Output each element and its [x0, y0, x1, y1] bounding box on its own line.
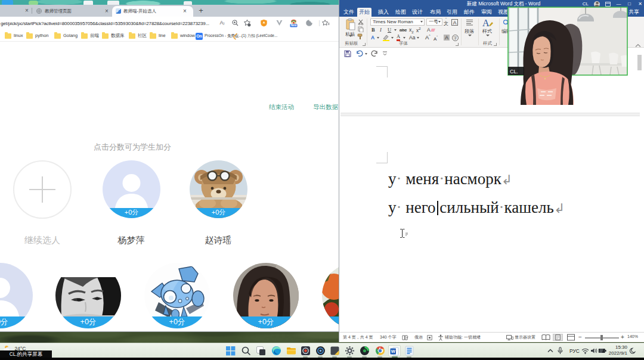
word-count[interactable]: 340 个字 — [380, 334, 397, 340]
print-layout-button[interactable] — [553, 334, 563, 341]
doc-line-1[interactable]: у· меня·насморк↲ — [388, 170, 512, 188]
text-effects-arrow[interactable] — [377, 37, 379, 39]
subscript-button[interactable]: x2 — [409, 27, 414, 34]
chrome-icon[interactable] — [375, 346, 385, 356]
font-name-combo[interactable]: Times New Roman — [370, 18, 425, 26]
bookmark-star-icon[interactable] — [243, 19, 251, 27]
cut-icon[interactable] — [358, 19, 364, 25]
tab-teacher-admin[interactable]: 教师管理页面 × — [33, 6, 111, 17]
tray-expand-icon[interactable] — [547, 349, 553, 353]
account-avatar[interactable] — [594, 1, 600, 7]
copy-icon[interactable] — [358, 26, 364, 32]
editing-button[interactable]: 编辑 — [501, 28, 511, 35]
share-button[interactable]: 共享 — [627, 8, 641, 17]
accessibility-icon[interactable] — [438, 334, 444, 341]
tab-layout[interactable]: 布局 — [428, 8, 442, 17]
remote-app-icon[interactable] — [360, 346, 370, 356]
student-avatar-girl-photo[interactable]: +0分 — [233, 263, 299, 328]
paragraph-arrow[interactable] — [468, 35, 472, 36]
search-button[interactable] — [241, 346, 251, 356]
student-avatar-bw-photo[interactable]: +0分 — [55, 263, 121, 328]
character-border-icon[interactable]: A — [451, 19, 458, 26]
zoom-level[interactable]: 140% — [627, 334, 638, 339]
clipboard-dialog-launcher[interactable] — [363, 43, 366, 46]
web-layout-button[interactable] — [566, 334, 576, 341]
change-case-icon[interactable]: Aa — [409, 35, 415, 41]
font-color-arrow[interactable] — [403, 37, 405, 39]
file-explorer-icon[interactable] — [286, 346, 296, 356]
strikethrough-button[interactable]: abc — [400, 27, 407, 33]
display-settings-label[interactable]: 显示器设置 — [515, 334, 535, 340]
battery-icon[interactable] — [598, 347, 606, 354]
camera-app-icon[interactable] — [315, 346, 326, 356]
italic-button[interactable]: I — [380, 27, 382, 33]
student-avatar-robot[interactable]: +0分 — [144, 263, 210, 328]
format-painter-icon[interactable] — [357, 33, 364, 40]
paste-dropdown-arrow[interactable] — [349, 35, 352, 37]
shrink-font-button[interactable]: Aˇ — [434, 35, 438, 42]
extension-v-icon[interactable] — [275, 19, 283, 27]
underline-dropdown-arrow[interactable] — [394, 29, 397, 31]
scrollbar-thumb[interactable] — [637, 55, 642, 70]
styles-dialog-launcher[interactable] — [494, 43, 497, 46]
favorites-list-icon[interactable] — [322, 19, 330, 27]
zoom-in-button[interactable]: + — [621, 334, 624, 340]
end-activity-button[interactable]: 结束活动 — [269, 103, 294, 111]
paragraph-icon[interactable] — [466, 19, 473, 26]
tab-review[interactable]: 审阅 — [479, 8, 494, 17]
close-button[interactable]: ✕ — [637, 0, 643, 8]
ribbon-options-icon[interactable] — [605, 2, 611, 7]
edge-browser-icon[interactable] — [271, 346, 281, 356]
score-badge[interactable]: +0分 — [190, 208, 247, 218]
paste-icon[interactable] — [346, 18, 355, 30]
score-badge[interactable]: +0分 — [144, 316, 210, 328]
text-effects-icon[interactable]: A — [371, 35, 374, 41]
microphone-icon[interactable] — [558, 347, 563, 355]
superscript-button[interactable]: x2 — [416, 27, 421, 33]
scrollbar-up-icon[interactable] — [635, 44, 641, 48]
highlight-color-icon[interactable] — [382, 35, 390, 41]
tab-view[interactable]: 视图 — [496, 8, 510, 17]
zoom-icon[interactable] — [231, 19, 239, 27]
hidden-tab-close-icon[interactable]: × — [24, 8, 30, 14]
tab-design[interactable]: 设计 — [410, 8, 425, 17]
tab-references[interactable]: 引用 — [445, 8, 459, 17]
tab-file[interactable]: 文件 — [342, 8, 356, 17]
tab-close-icon[interactable]: × — [182, 8, 188, 14]
change-case-arrow[interactable] — [417, 37, 419, 39]
tab-home[interactable]: 开始 — [357, 8, 371, 17]
redo-icon[interactable] — [370, 50, 378, 57]
zoom-slider-thumb[interactable] — [600, 335, 603, 340]
maximize-button[interactable]: □ — [627, 0, 632, 8]
volume-icon[interactable] — [590, 347, 598, 354]
start-button[interactable] — [225, 346, 236, 356]
score-badge[interactable]: +0分 — [0, 316, 33, 328]
read-aloud-icon[interactable]: A) — [218, 19, 226, 27]
word-taskbar-active-box[interactable]: W — [388, 345, 401, 356]
font-size-combo[interactable]: 一号 — [426, 18, 442, 26]
tab-mailings[interactable]: 邮件 — [462, 8, 476, 17]
extension-cookie-icon[interactable] — [305, 19, 313, 27]
dropdown-arrow-icon[interactable] — [438, 21, 441, 23]
notes-app-icon[interactable] — [330, 346, 340, 356]
styles-arrow[interactable] — [486, 35, 490, 36]
recorder-app-icon[interactable] — [301, 346, 311, 356]
wifi-icon[interactable] — [581, 348, 589, 354]
clear-formatting-icon[interactable]: A — [427, 27, 435, 33]
tab-start-pick[interactable]: 教师端-开始选人 × — [112, 6, 193, 17]
editing-find-icon[interactable] — [503, 19, 510, 26]
proofing-icon[interactable] — [402, 335, 408, 340]
read-mode-button[interactable] — [541, 334, 551, 341]
font-dialog-launcher[interactable] — [456, 43, 459, 46]
undo-icon[interactable] — [356, 50, 364, 57]
qat-customize-icon[interactable] — [382, 51, 388, 56]
underline-button[interactable]: U — [388, 27, 391, 33]
url-text[interactable]: get/pick/pc/startPick?activeid=800003595… — [1, 21, 209, 26]
enclose-characters-icon[interactable]: 字 — [452, 35, 459, 41]
score-badge[interactable]: +0分 — [55, 316, 121, 328]
phonetic-guide-icon[interactable]: ᷉᷉文 — [444, 18, 448, 27]
tab-draw[interactable]: 绘图 — [394, 8, 408, 17]
score-badge[interactable]: +0分 — [233, 316, 299, 328]
save-icon[interactable] — [344, 50, 351, 57]
styles-button[interactable]: 样式 — [482, 28, 492, 35]
